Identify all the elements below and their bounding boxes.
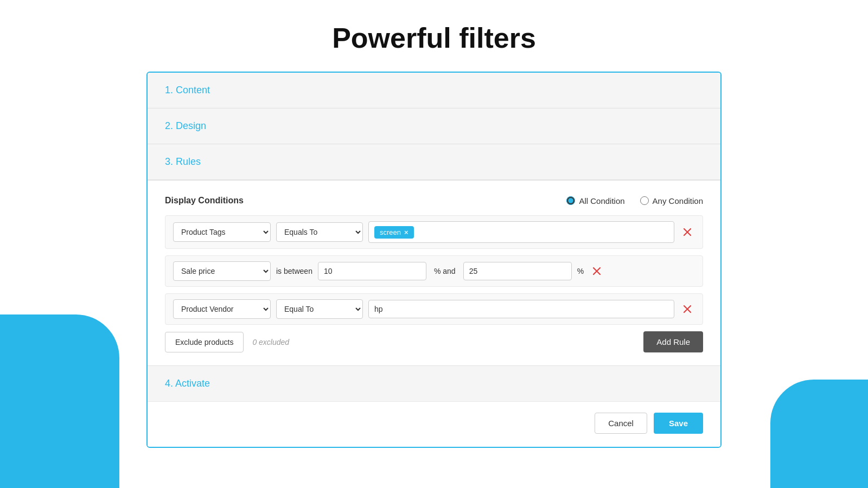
- display-conditions-label: Display Conditions: [165, 196, 244, 206]
- any-condition-label: Any Condition: [653, 196, 703, 206]
- exclude-products-button[interactable]: Exclude products: [165, 332, 244, 352]
- rule-2-to-input[interactable]: [463, 262, 572, 280]
- page-title: Powerful filters: [332, 22, 536, 54]
- section-design[interactable]: 2. Design: [148, 108, 720, 144]
- footer-left: Exclude products 0 excluded: [165, 332, 289, 352]
- all-condition-option[interactable]: All Condition: [566, 196, 624, 206]
- rule-2-delete-button[interactable]: [589, 266, 604, 277]
- rule-row-1: Product Tags Sale price Product Vendor P…: [165, 215, 703, 249]
- section-activate-label[interactable]: 4. Activate: [165, 378, 210, 389]
- percent-and-label: % and: [432, 267, 458, 275]
- rule-row-2: Product Tags Sale price Product Vendor P…: [165, 255, 703, 287]
- rule-1-tag-area[interactable]: screen ×: [368, 221, 674, 243]
- any-condition-option[interactable]: Any Condition: [640, 196, 703, 206]
- page-wrapper: Powerful filters 1. Content 2. Design 3.…: [0, 0, 868, 488]
- tag-chip-remove[interactable]: ×: [404, 228, 409, 236]
- percent-label: %: [577, 267, 584, 275]
- bottom-buttons: Cancel Save: [148, 401, 720, 447]
- rule-2-field-select[interactable]: Product Tags Sale price Product Vendor P…: [173, 261, 271, 281]
- is-between-label: is between: [276, 267, 312, 275]
- close-icon: [683, 228, 692, 236]
- display-conditions-header: Display Conditions All Condition Any Con…: [165, 196, 703, 206]
- section-activate[interactable]: 4. Activate: [148, 365, 720, 401]
- close-icon: [683, 305, 692, 313]
- rules-section: Display Conditions All Condition Any Con…: [148, 180, 720, 365]
- section-design-label[interactable]: 2. Design: [165, 120, 206, 131]
- tag-chip-label: screen: [380, 228, 401, 236]
- rule-row-3: Product Tags Sale price Product Vendor P…: [165, 293, 703, 325]
- rule-3-operator-select[interactable]: Equal To Not Equal To Contains Does Not …: [276, 299, 363, 319]
- rule-3-value-input[interactable]: [368, 300, 674, 318]
- save-button[interactable]: Save: [654, 413, 703, 434]
- rule-3-field-select[interactable]: Product Tags Sale price Product Vendor P…: [173, 299, 271, 319]
- rules-footer: Exclude products 0 excluded Add Rule: [165, 331, 703, 352]
- rule-2-from-input[interactable]: [318, 262, 426, 280]
- excluded-count: 0 excluded: [252, 338, 289, 346]
- section-content[interactable]: 1. Content: [148, 73, 720, 108]
- add-rule-button[interactable]: Add Rule: [643, 331, 703, 352]
- rule-1-field-select[interactable]: Product Tags Sale price Product Vendor P…: [173, 222, 271, 242]
- section-rules[interactable]: 3. Rules: [148, 144, 720, 180]
- main-panel: 1. Content 2. Design 3. Rules Display Co…: [146, 72, 722, 448]
- condition-radio-group: All Condition Any Condition: [566, 196, 703, 206]
- section-rules-label[interactable]: 3. Rules: [165, 156, 201, 167]
- rule-1-operator-select[interactable]: Equals To Not Equals To Contains Does No…: [276, 222, 363, 242]
- close-icon: [592, 267, 601, 275]
- rule-3-delete-button[interactable]: [680, 304, 695, 314]
- section-content-label[interactable]: 1. Content: [165, 85, 210, 95]
- all-condition-label: All Condition: [579, 196, 624, 206]
- cancel-button[interactable]: Cancel: [595, 413, 647, 434]
- all-condition-radio[interactable]: [566, 196, 575, 205]
- tag-chip-screen: screen ×: [374, 226, 414, 239]
- rule-1-delete-button[interactable]: [680, 227, 695, 237]
- any-condition-radio[interactable]: [640, 196, 649, 205]
